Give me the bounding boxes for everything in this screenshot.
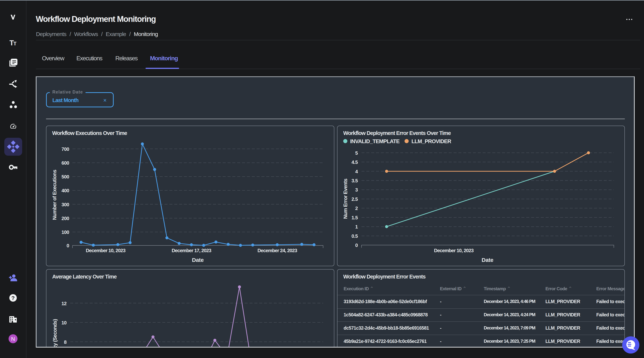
svg-text:10: 10 [62,320,67,325]
svg-text:0.5: 0.5 [352,233,358,239]
svg-text:T: T [10,39,14,47]
svg-text:0: 0 [355,242,358,248]
svg-text:December 17, 2023: December 17, 2023 [172,248,211,253]
svg-text:Average Latency (Seconds): Average Latency (Seconds) [52,319,58,347]
svg-text:5: 5 [355,150,358,156]
svg-text:3.5: 3.5 [352,178,358,184]
svg-text:INVALID_TEMPLATE: INVALID_TEMPLATE [350,138,400,144]
svg-text:600: 600 [62,160,69,166]
svg-text:500: 500 [62,174,69,180]
svg-text:1.5: 1.5 [352,215,358,221]
svg-text:4: 4 [355,169,358,174]
svg-text:1: 1 [355,224,358,230]
svg-text:700: 700 [62,146,69,152]
svg-text:Num Error Events: Num Error Events [343,179,348,219]
svg-text:December 10, 2023: December 10, 2023 [86,248,126,253]
svg-text:3: 3 [355,187,358,193]
svg-text:4.5: 4.5 [352,159,358,165]
svg-text:2.5: 2.5 [352,196,358,202]
svg-text:T: T [14,41,16,47]
svg-text:N: N [11,336,15,342]
svg-text:0: 0 [66,243,69,248]
svg-text:8: 8 [64,339,66,345]
svg-text:200: 200 [62,216,69,221]
svg-text:Number of Executions: Number of Executions [52,170,58,220]
svg-text:400: 400 [62,188,69,193]
svg-text:Date: Date [192,257,204,263]
svg-text:2: 2 [355,206,358,211]
svg-text:300: 300 [62,202,69,207]
svg-text:December 24, 2023: December 24, 2023 [258,248,297,253]
svg-text:?: ? [11,295,15,301]
svg-text:100: 100 [62,229,69,235]
svg-text:Date: Date [482,257,493,263]
svg-text:12: 12 [62,301,67,306]
svg-text:December 10, 2023: December 10, 2023 [434,248,474,253]
svg-text:LLM_PROVIDER: LLM_PROVIDER [412,138,451,144]
